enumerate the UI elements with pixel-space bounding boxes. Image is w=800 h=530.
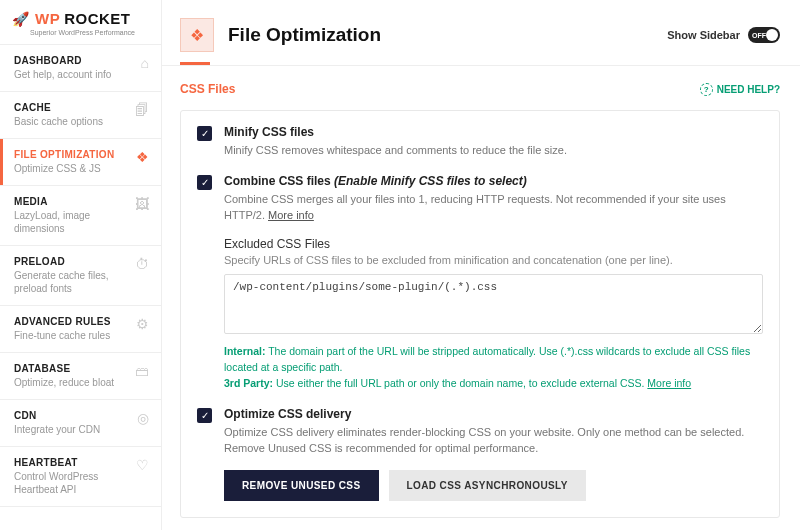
logo-rocket: ROCKET (64, 10, 130, 27)
nav-sub: Basic cache options (14, 115, 129, 128)
remove-unused-css-button[interactable]: REMOVE UNUSED CSS (224, 470, 379, 501)
sidebar-item-cdn[interactable]: CDNIntegrate your CDN◎ (0, 400, 161, 447)
image-icon: 🖼 (135, 196, 149, 212)
nav-title: DASHBOARD (14, 55, 135, 66)
minify-css-field: ✓ Minify CSS files Minify CSS removes wh… (197, 125, 763, 158)
logo-wp: WP (35, 10, 60, 27)
sidebar-item-heartbeat[interactable]: HEARTBEATControl WordPress Heartbeat API… (0, 447, 161, 507)
main: ❖ File Optimization Show Sidebar OFF CSS… (162, 0, 800, 530)
combine-label: Combine CSS files (Enable Minify CSS fil… (224, 174, 763, 188)
home-icon: ⌂ (141, 55, 149, 71)
sidebar-item-media[interactable]: MEDIALazyLoad, image dimensions🖼 (0, 186, 161, 246)
excluded-desc: Specify URLs of CSS files to be excluded… (224, 254, 763, 266)
database-icon: 🗃 (135, 363, 149, 379)
nav-title: CACHE (14, 102, 129, 113)
sliders-icon: ⚙ (136, 316, 149, 332)
optimize-label: Optimize CSS delivery (224, 407, 763, 421)
optimize-buttons: REMOVE UNUSED CSS LOAD CSS ASYNCHRONOUSL… (224, 470, 763, 501)
css-panel: ✓ Minify CSS files Minify CSS removes wh… (180, 110, 780, 518)
help-icon: ? (700, 83, 713, 96)
nav-title: HEARTBEAT (14, 457, 130, 468)
nav-sub: Optimize, reduce bloat (14, 376, 129, 389)
page-header: ❖ File Optimization Show Sidebar OFF (162, 0, 800, 62)
excluded-css-block: Excluded CSS Files Specify URLs of CSS f… (224, 237, 763, 391)
show-sidebar-label: Show Sidebar (667, 29, 740, 41)
sidebar-item-preload[interactable]: PRELOADGenerate cache files, preload fon… (0, 246, 161, 306)
cache-icon: 🗐 (135, 102, 149, 118)
combine-css-field: ✓ Combine CSS files (Enable Minify CSS f… (197, 174, 763, 391)
nav-title: DATABASE (14, 363, 129, 374)
section-header: CSS Files ? NEED HELP? (180, 82, 780, 96)
excluded-css-textarea[interactable] (224, 274, 763, 334)
optimize-checkbox[interactable]: ✓ (197, 408, 212, 423)
excluded-label: Excluded CSS Files (224, 237, 763, 251)
nav-sub: Optimize CSS & JS (14, 162, 130, 175)
nav: DASHBOARDGet help, account info⌂ CACHEBa… (0, 45, 161, 530)
minify-checkbox[interactable]: ✓ (197, 126, 212, 141)
more-info-link[interactable]: More info (647, 377, 691, 389)
section-title: CSS Files (180, 82, 235, 96)
nav-sub: Get help, account info (14, 68, 135, 81)
clock-icon: ⏱ (135, 256, 149, 272)
need-help-label: NEED HELP? (717, 84, 780, 95)
minify-label: Minify CSS files (224, 125, 763, 139)
sidebar-item-advanced-rules[interactable]: ADVANCED RULESFine-tune cache rules⚙ (0, 306, 161, 353)
show-sidebar-toggle[interactable]: Show Sidebar OFF (667, 27, 780, 43)
nav-sub: Fine-tune cache rules (14, 329, 130, 342)
optimize-css-field: ✓ Optimize CSS delivery Optimize CSS del… (197, 407, 763, 501)
content: CSS Files ? NEED HELP? ✓ Minify CSS file… (162, 66, 800, 530)
layers-icon: ❖ (180, 18, 214, 52)
active-tab-indicator (180, 62, 210, 65)
rocket-icon: 🚀 (12, 11, 29, 27)
sidebar-item-file-optimization[interactable]: FILE OPTIMIZATIONOptimize CSS & JS❖ (0, 139, 161, 186)
toggle-icon: OFF (748, 27, 780, 43)
load-css-async-button[interactable]: LOAD CSS ASYNCHRONOUSLY (389, 470, 586, 501)
sidebar-item-cache[interactable]: CACHEBasic cache options🗐 (0, 92, 161, 139)
minify-desc: Minify CSS removes whitespace and commen… (224, 143, 763, 158)
globe-icon: ◎ (137, 410, 149, 426)
nav-sub: LazyLoad, image dimensions (14, 209, 129, 235)
need-help-link[interactable]: ? NEED HELP? (700, 83, 780, 96)
excluded-hint: Internal: The domain part of the URL wil… (224, 344, 763, 391)
nav-title: ADVANCED RULES (14, 316, 130, 327)
sidebar-item-dashboard[interactable]: DASHBOARDGet help, account info⌂ (0, 45, 161, 92)
logo: 🚀 WP ROCKET Superior WordPress Performan… (0, 0, 161, 45)
combine-desc: Combine CSS merges all your files into 1… (224, 192, 763, 223)
heart-icon: ♡ (136, 457, 149, 473)
layers-icon: ❖ (136, 149, 149, 165)
combine-checkbox[interactable]: ✓ (197, 175, 212, 190)
more-info-link[interactable]: More info (268, 209, 314, 221)
nav-sub: Integrate your CDN (14, 423, 131, 436)
nav-sub: Generate cache files, preload fonts (14, 269, 129, 295)
nav-sub: Control WordPress Heartbeat API (14, 470, 130, 496)
sidebar-item-database[interactable]: DATABASEOptimize, reduce bloat🗃 (0, 353, 161, 400)
nav-title: PRELOAD (14, 256, 129, 267)
optimize-desc: Optimize CSS delivery eliminates render-… (224, 425, 763, 456)
nav-title: MEDIA (14, 196, 129, 207)
nav-title: FILE OPTIMIZATION (14, 149, 130, 160)
logo-tagline: Superior WordPress Performance (30, 29, 149, 36)
nav-title: CDN (14, 410, 131, 421)
page-title: File Optimization (228, 24, 653, 46)
sidebar: 🚀 WP ROCKET Superior WordPress Performan… (0, 0, 162, 530)
